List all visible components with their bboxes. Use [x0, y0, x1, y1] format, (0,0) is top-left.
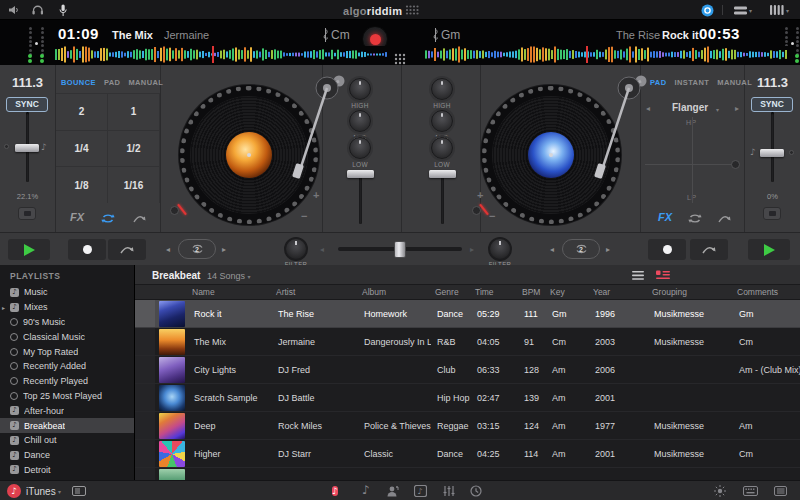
note-tab-icon[interactable]: ♪	[362, 484, 370, 497]
column-header-bpm[interactable]: BPM	[518, 287, 546, 297]
table-row[interactable]: City LightsDJ FredClub06:33128Am2006Am -…	[135, 356, 800, 384]
loop-double-button-b[interactable]: ▸	[606, 245, 610, 254]
keyboard-icon[interactable]	[743, 486, 758, 496]
deck-a-slip-icon[interactable]	[132, 213, 147, 224]
deck-a-keylock-button[interactable]	[18, 207, 36, 220]
tab-pad[interactable]: PAD	[104, 78, 120, 87]
list-view-icon[interactable]	[632, 271, 644, 280]
volume-icon[interactable]	[8, 5, 20, 15]
loop-double-button-a[interactable]: ▸	[222, 245, 226, 254]
songs-count-dropdown[interactable]: 14 Songs ▾	[207, 271, 251, 281]
queue-view-icon[interactable]	[656, 270, 670, 281]
loop-control-b[interactable]: 2	[562, 239, 600, 259]
deck-a-fx-toggle[interactable]: FX	[70, 211, 84, 223]
deck-a-loop-icon[interactable]	[100, 212, 116, 225]
deck-a-sync-button[interactable]: SYNC	[6, 97, 48, 112]
nudge-plus-b[interactable]: +	[477, 189, 483, 201]
playlist-item-breakbeat[interactable]: ♪Breakbeat	[0, 418, 135, 433]
deck-b-fx-toggle[interactable]: FX	[658, 211, 672, 223]
playlist-item-top-25-most-played[interactable]: Top 25 Most Played	[0, 389, 135, 404]
playlist-item-90-s-music[interactable]: 90's Music	[0, 315, 135, 330]
headphones-icon[interactable]	[32, 5, 44, 16]
column-header-grouping[interactable]: Grouping	[648, 287, 733, 297]
pad-cell-2[interactable]: 2	[56, 93, 108, 130]
mixer-tab-icon[interactable]	[443, 485, 455, 497]
itunes-icon[interactable]: ♪	[7, 484, 21, 498]
waveform-deck-a[interactable]	[55, 46, 390, 63]
disclosure-icon[interactable]: ▸	[2, 304, 5, 311]
playlist-item-detroit[interactable]: ♪Detroit	[0, 463, 135, 478]
playlist-item-dance[interactable]: ♪Dance	[0, 448, 135, 463]
loop-halve-button-b[interactable]: ◂	[550, 245, 554, 254]
playlist-item-my-top-rated[interactable]: My Top Rated	[0, 344, 135, 359]
sidebar-toggle-icon[interactable]	[72, 486, 86, 496]
loop-halve-button-a[interactable]: ◂	[166, 245, 170, 254]
cue-button-b[interactable]	[648, 239, 686, 260]
tab-fx-instant[interactable]: INSTANT	[674, 78, 709, 87]
table-row[interactable]: Rock itThe RiseHomeworkDance05:29111Gm19…	[135, 300, 800, 328]
itunes-dropdown-caret[interactable]: ▾	[58, 488, 61, 495]
nudge-plus-a[interactable]: +	[313, 189, 319, 201]
microphone-icon[interactable]	[59, 4, 67, 17]
playlist-item-after-hour[interactable]: ♪After-hour	[0, 403, 135, 418]
table-row[interactable]: HigherDJ StarrClassicDance04:25114Am2001…	[135, 440, 800, 468]
playlist-item-music[interactable]: ♪Music	[0, 285, 135, 300]
queue-list-icon[interactable]	[774, 486, 787, 496]
waveform-deck-b[interactable]	[425, 46, 790, 63]
effect-dropdown-caret[interactable]: ▾	[716, 106, 719, 113]
table-row[interactable]: Scratch SampleDJ BattleHip Hop02:47139Am…	[135, 384, 800, 412]
songs-tab-icon[interactable]: ♪	[332, 484, 338, 498]
tab-manual[interactable]: MANUAL	[128, 78, 163, 87]
playlist-item-mixes[interactable]: ▸♪Mixes	[0, 300, 135, 315]
filter-knob-b[interactable]	[488, 237, 512, 261]
beat-grid-icon[interactable]	[394, 53, 406, 65]
loop-control-a[interactable]: 2	[178, 239, 216, 259]
album-tab-icon[interactable]: ♪	[414, 485, 427, 497]
volume-fader-a[interactable]	[347, 170, 374, 178]
table-row[interactable]: The MixJermaineDangerously In LoveR&B04:…	[135, 328, 800, 356]
nudge-minus-a[interactable]: −	[301, 210, 307, 222]
pad-cell-1-4[interactable]: 1/4	[56, 130, 108, 167]
artist-tab-icon[interactable]	[386, 485, 399, 497]
column-header-time[interactable]: Time	[471, 287, 518, 297]
column-header-year[interactable]: Year	[589, 287, 648, 297]
history-tab-icon[interactable]	[470, 485, 482, 497]
playlist-item-classical-music[interactable]: Classical Music	[0, 329, 135, 344]
playlist-item-recently-added[interactable]: Recently Added	[0, 359, 135, 374]
eq-mid-knob-a[interactable]	[349, 110, 371, 132]
eq-low-knob-a[interactable]	[349, 137, 371, 159]
deck-a-pitch-fader[interactable]	[15, 144, 39, 152]
eq-high-knob-b[interactable]	[431, 78, 453, 100]
deck-layout-menu[interactable]: ▾	[734, 6, 752, 15]
play-button-b[interactable]	[748, 239, 790, 260]
effect-prev-button[interactable]: ◂	[646, 104, 650, 113]
play-button-a[interactable]	[8, 239, 50, 260]
cue-button-a[interactable]	[68, 239, 106, 260]
eq-high-knob-a[interactable]	[349, 78, 371, 100]
column-header-key[interactable]: Key	[546, 287, 589, 297]
effect-name[interactable]: Flanger	[672, 102, 708, 113]
tab-bounce[interactable]: BOUNCE	[61, 78, 96, 87]
deck-b-keylock-button[interactable]	[763, 207, 781, 220]
nudge-minus-b[interactable]: −	[489, 210, 495, 222]
brightness-icon[interactable]	[714, 485, 726, 497]
pad-cell-1-8[interactable]: 1/8	[56, 166, 108, 203]
pad-cell-1-2[interactable]: 1/2	[108, 130, 160, 167]
column-header-album[interactable]: Album	[358, 287, 431, 297]
eq-mid-knob-b[interactable]	[431, 110, 453, 132]
effect-next-button[interactable]: ▸	[735, 104, 739, 113]
slip-button-b[interactable]	[690, 239, 728, 260]
column-header-artist[interactable]: Artist	[272, 287, 358, 297]
column-header-genre[interactable]: Genre	[431, 287, 471, 297]
eq-low-knob-b[interactable]	[431, 137, 453, 159]
column-header-comments[interactable]: Comments	[733, 287, 800, 297]
library-layout-menu[interactable]: ▾	[770, 5, 789, 15]
deck-b-loop-icon[interactable]	[687, 212, 703, 225]
xy-handle[interactable]	[731, 160, 740, 169]
column-header-name[interactable]: Name	[188, 287, 272, 297]
pad-cell-1-16[interactable]: 1/16	[108, 166, 160, 203]
filter-knob-a[interactable]	[284, 237, 308, 261]
pad-cell-1[interactable]: 1	[108, 93, 160, 130]
playlist-item-chill-out[interactable]: ♪Chill out	[0, 433, 135, 448]
volume-fader-b[interactable]	[429, 170, 456, 178]
